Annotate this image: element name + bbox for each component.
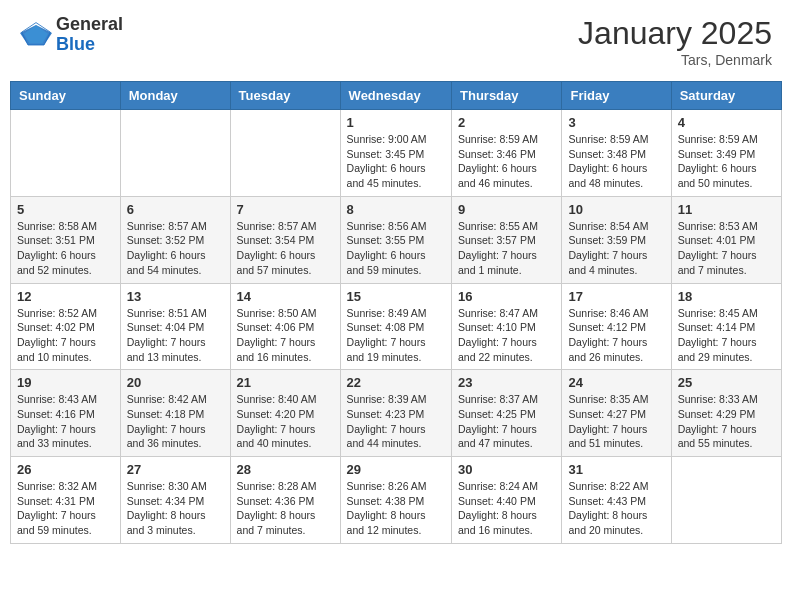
day-info: Sunrise: 8:50 AMSunset: 4:06 PMDaylight:… xyxy=(237,306,334,365)
day-number: 12 xyxy=(17,289,114,304)
day-info: Sunrise: 8:40 AMSunset: 4:20 PMDaylight:… xyxy=(237,392,334,451)
calendar-cell: 30Sunrise: 8:24 AMSunset: 4:40 PMDayligh… xyxy=(452,457,562,544)
calendar-cell: 31Sunrise: 8:22 AMSunset: 4:43 PMDayligh… xyxy=(562,457,671,544)
calendar-cell: 5Sunrise: 8:58 AMSunset: 3:51 PMDaylight… xyxy=(11,196,121,283)
day-info: Sunrise: 8:52 AMSunset: 4:02 PMDaylight:… xyxy=(17,306,114,365)
day-header-wednesday: Wednesday xyxy=(340,82,451,110)
location: Tars, Denmark xyxy=(578,52,772,68)
day-info: Sunrise: 8:28 AMSunset: 4:36 PMDaylight:… xyxy=(237,479,334,538)
logo-icon xyxy=(20,21,52,49)
calendar-cell: 7Sunrise: 8:57 AMSunset: 3:54 PMDaylight… xyxy=(230,196,340,283)
day-number: 31 xyxy=(568,462,664,477)
day-number: 5 xyxy=(17,202,114,217)
calendar-week-row: 19Sunrise: 8:43 AMSunset: 4:16 PMDayligh… xyxy=(11,370,782,457)
calendar-cell: 8Sunrise: 8:56 AMSunset: 3:55 PMDaylight… xyxy=(340,196,451,283)
day-header-monday: Monday xyxy=(120,82,230,110)
calendar-table: SundayMondayTuesdayWednesdayThursdayFrid… xyxy=(10,81,782,544)
day-number: 6 xyxy=(127,202,224,217)
month-title: January 2025 xyxy=(578,15,772,52)
day-info: Sunrise: 8:49 AMSunset: 4:08 PMDaylight:… xyxy=(347,306,445,365)
calendar-cell: 26Sunrise: 8:32 AMSunset: 4:31 PMDayligh… xyxy=(11,457,121,544)
day-header-sunday: Sunday xyxy=(11,82,121,110)
day-info: Sunrise: 8:56 AMSunset: 3:55 PMDaylight:… xyxy=(347,219,445,278)
day-info: Sunrise: 8:35 AMSunset: 4:27 PMDaylight:… xyxy=(568,392,664,451)
calendar-cell: 3Sunrise: 8:59 AMSunset: 3:48 PMDaylight… xyxy=(562,110,671,197)
day-header-thursday: Thursday xyxy=(452,82,562,110)
day-info: Sunrise: 8:53 AMSunset: 4:01 PMDaylight:… xyxy=(678,219,775,278)
day-info: Sunrise: 8:54 AMSunset: 3:59 PMDaylight:… xyxy=(568,219,664,278)
calendar-cell: 17Sunrise: 8:46 AMSunset: 4:12 PMDayligh… xyxy=(562,283,671,370)
day-info: Sunrise: 8:58 AMSunset: 3:51 PMDaylight:… xyxy=(17,219,114,278)
day-info: Sunrise: 8:26 AMSunset: 4:38 PMDaylight:… xyxy=(347,479,445,538)
day-number: 4 xyxy=(678,115,775,130)
calendar-cell: 11Sunrise: 8:53 AMSunset: 4:01 PMDayligh… xyxy=(671,196,781,283)
logo-general: General xyxy=(56,15,123,35)
logo: General Blue xyxy=(20,15,123,55)
calendar-cell: 6Sunrise: 8:57 AMSunset: 3:52 PMDaylight… xyxy=(120,196,230,283)
calendar-cell: 13Sunrise: 8:51 AMSunset: 4:04 PMDayligh… xyxy=(120,283,230,370)
day-info: Sunrise: 8:59 AMSunset: 3:48 PMDaylight:… xyxy=(568,132,664,191)
day-info: Sunrise: 8:30 AMSunset: 4:34 PMDaylight:… xyxy=(127,479,224,538)
day-info: Sunrise: 8:59 AMSunset: 3:49 PMDaylight:… xyxy=(678,132,775,191)
calendar-cell: 23Sunrise: 8:37 AMSunset: 4:25 PMDayligh… xyxy=(452,370,562,457)
calendar-cell: 28Sunrise: 8:28 AMSunset: 4:36 PMDayligh… xyxy=(230,457,340,544)
logo-blue: Blue xyxy=(56,35,123,55)
calendar-cell: 16Sunrise: 8:47 AMSunset: 4:10 PMDayligh… xyxy=(452,283,562,370)
day-number: 30 xyxy=(458,462,555,477)
day-number: 13 xyxy=(127,289,224,304)
calendar-cell: 20Sunrise: 8:42 AMSunset: 4:18 PMDayligh… xyxy=(120,370,230,457)
day-number: 24 xyxy=(568,375,664,390)
calendar-cell: 15Sunrise: 8:49 AMSunset: 4:08 PMDayligh… xyxy=(340,283,451,370)
page-header: General Blue January 2025 Tars, Denmark xyxy=(10,10,782,73)
calendar-cell: 14Sunrise: 8:50 AMSunset: 4:06 PMDayligh… xyxy=(230,283,340,370)
calendar-cell: 27Sunrise: 8:30 AMSunset: 4:34 PMDayligh… xyxy=(120,457,230,544)
calendar-week-row: 5Sunrise: 8:58 AMSunset: 3:51 PMDaylight… xyxy=(11,196,782,283)
day-number: 14 xyxy=(237,289,334,304)
calendar-cell: 9Sunrise: 8:55 AMSunset: 3:57 PMDaylight… xyxy=(452,196,562,283)
calendar-week-row: 26Sunrise: 8:32 AMSunset: 4:31 PMDayligh… xyxy=(11,457,782,544)
day-info: Sunrise: 8:45 AMSunset: 4:14 PMDaylight:… xyxy=(678,306,775,365)
day-number: 17 xyxy=(568,289,664,304)
calendar-cell: 4Sunrise: 8:59 AMSunset: 3:49 PMDaylight… xyxy=(671,110,781,197)
calendar-cell: 2Sunrise: 8:59 AMSunset: 3:46 PMDaylight… xyxy=(452,110,562,197)
calendar-cell xyxy=(120,110,230,197)
day-number: 9 xyxy=(458,202,555,217)
day-number: 10 xyxy=(568,202,664,217)
day-number: 3 xyxy=(568,115,664,130)
calendar-cell xyxy=(671,457,781,544)
day-info: Sunrise: 8:59 AMSunset: 3:46 PMDaylight:… xyxy=(458,132,555,191)
day-number: 16 xyxy=(458,289,555,304)
day-number: 18 xyxy=(678,289,775,304)
day-number: 23 xyxy=(458,375,555,390)
day-number: 11 xyxy=(678,202,775,217)
day-info: Sunrise: 8:42 AMSunset: 4:18 PMDaylight:… xyxy=(127,392,224,451)
day-number: 15 xyxy=(347,289,445,304)
day-info: Sunrise: 8:24 AMSunset: 4:40 PMDaylight:… xyxy=(458,479,555,538)
day-info: Sunrise: 8:43 AMSunset: 4:16 PMDaylight:… xyxy=(17,392,114,451)
calendar-cell: 1Sunrise: 9:00 AMSunset: 3:45 PMDaylight… xyxy=(340,110,451,197)
day-number: 1 xyxy=(347,115,445,130)
day-number: 26 xyxy=(17,462,114,477)
day-info: Sunrise: 8:55 AMSunset: 3:57 PMDaylight:… xyxy=(458,219,555,278)
day-header-friday: Friday xyxy=(562,82,671,110)
calendar-cell xyxy=(11,110,121,197)
calendar-cell: 25Sunrise: 8:33 AMSunset: 4:29 PMDayligh… xyxy=(671,370,781,457)
calendar-header-row: SundayMondayTuesdayWednesdayThursdayFrid… xyxy=(11,82,782,110)
logo-text: General Blue xyxy=(56,15,123,55)
day-number: 8 xyxy=(347,202,445,217)
day-info: Sunrise: 8:37 AMSunset: 4:25 PMDaylight:… xyxy=(458,392,555,451)
day-header-tuesday: Tuesday xyxy=(230,82,340,110)
calendar-cell: 24Sunrise: 8:35 AMSunset: 4:27 PMDayligh… xyxy=(562,370,671,457)
day-info: Sunrise: 8:32 AMSunset: 4:31 PMDaylight:… xyxy=(17,479,114,538)
day-number: 20 xyxy=(127,375,224,390)
day-number: 25 xyxy=(678,375,775,390)
day-number: 28 xyxy=(237,462,334,477)
calendar-cell: 19Sunrise: 8:43 AMSunset: 4:16 PMDayligh… xyxy=(11,370,121,457)
calendar-cell xyxy=(230,110,340,197)
day-number: 7 xyxy=(237,202,334,217)
day-info: Sunrise: 8:22 AMSunset: 4:43 PMDaylight:… xyxy=(568,479,664,538)
day-number: 2 xyxy=(458,115,555,130)
calendar-cell: 18Sunrise: 8:45 AMSunset: 4:14 PMDayligh… xyxy=(671,283,781,370)
day-header-saturday: Saturday xyxy=(671,82,781,110)
calendar-cell: 12Sunrise: 8:52 AMSunset: 4:02 PMDayligh… xyxy=(11,283,121,370)
